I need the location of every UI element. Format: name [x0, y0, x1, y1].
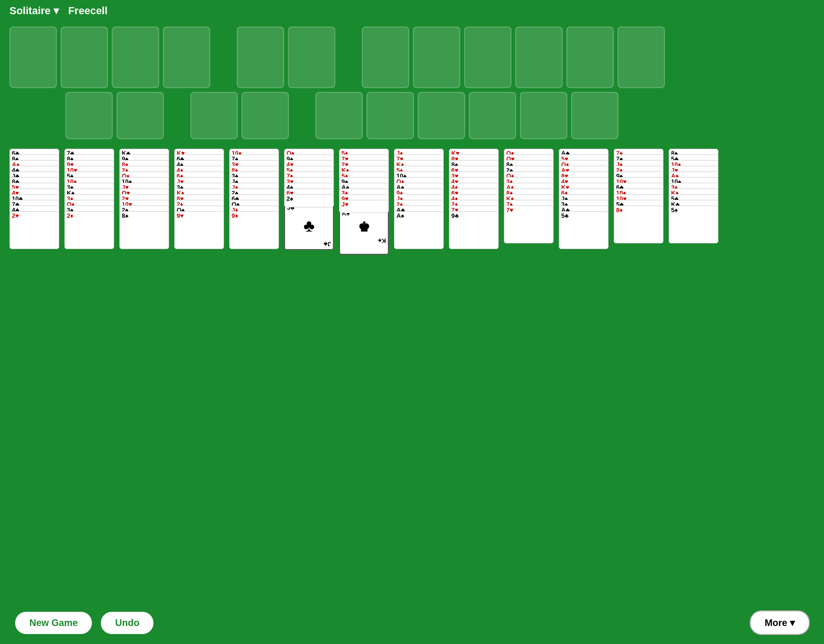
- solitaire-title[interactable]: Solitaire ▾: [9, 5, 59, 17]
- free-cell-3[interactable]: [112, 27, 159, 88]
- free-cell-12[interactable]: [618, 27, 665, 88]
- foundation-5[interactable]: [315, 92, 363, 139]
- card[interactable]: 9♥: [174, 211, 224, 249]
- foundation-3[interactable]: [190, 92, 238, 139]
- free-cell-7[interactable]: [362, 27, 409, 88]
- free-cell-5[interactable]: [237, 27, 284, 88]
- more-button[interactable]: More ▾: [750, 610, 810, 635]
- free-cell-1[interactable]: [9, 27, 57, 88]
- card[interactable]: 5♠: [669, 206, 718, 243]
- column-11: A♣5♥Q♦A♥8♥4♥K♥6♦J♠3♠A♣5♣: [559, 149, 611, 249]
- column-7: 5♦7♥2♥K♦5♦9♠A♠3♦9♥J♥K♠♚K♠: [339, 149, 391, 255]
- column-10: Q♦Q♥8♠2♠Q♦3♦A♦8♦K♦7♦7♥: [504, 149, 556, 243]
- column-5: 10♦7♠3♥8♦3♠J♠J♦2♠6♣Q♠J♦9♦: [229, 149, 281, 249]
- free-cell-2[interactable]: [61, 27, 108, 88]
- free-cell-10[interactable]: [515, 27, 563, 88]
- new-game-button[interactable]: New Game: [14, 611, 93, 635]
- card[interactable]: 8♦: [614, 206, 663, 243]
- card-face-jack-clubs[interactable]: J♣♣J♣: [284, 202, 334, 250]
- column-4: K♥6♣4♠4♦6♦J♥3♠K♦8♥2♦Q♠9♥: [174, 149, 226, 249]
- foundation-4[interactable]: [242, 92, 289, 139]
- column-1: 6♣8♠A♦4♣J♣8♣5♥4♥10♣7♣4♣2♥: [9, 149, 62, 249]
- free-cell-4[interactable]: [163, 27, 210, 88]
- top-row-2: [9, 92, 815, 139]
- foundation-8[interactable]: [469, 92, 516, 139]
- column-3: K♣9♠8♦2♦Q♦10♠J♥Q♥2♥10♥2♠8♠: [119, 149, 171, 249]
- column-2: 7♣8♠9♥10♥5♠10♦3♠K♠3♦Q♦3♠2♦: [64, 149, 116, 249]
- undo-button[interactable]: Undo: [100, 611, 154, 635]
- column-12: 7♦7♠J♦2♦9♠10♥6♣10♦10♥5♣8♦: [614, 149, 666, 243]
- free-cell-11[interactable]: [566, 27, 614, 88]
- card[interactable]: 2♠: [284, 194, 334, 207]
- card[interactable]: 2♥: [9, 211, 59, 249]
- card[interactable]: 5♣: [559, 211, 609, 249]
- card[interactable]: 7♥: [504, 206, 554, 243]
- column-9: K♥8♥8♠6♥3♥4♥4♦6♥4♦2♦7♥9♣: [449, 149, 501, 249]
- free-cell-8[interactable]: [413, 27, 460, 88]
- play-area: 6♣8♠A♦4♣J♣8♣5♥4♥10♣7♣4♣2♥7♣8♠9♥10♥5♠10♦3…: [0, 144, 824, 259]
- free-cell-9[interactable]: [464, 27, 511, 88]
- card[interactable]: A♠: [394, 211, 444, 249]
- card[interactable]: 9♦: [229, 211, 279, 249]
- card[interactable]: J♥: [339, 200, 389, 213]
- free-cell-6[interactable]: [288, 27, 335, 88]
- column-8: J♦7♥K♦5♦10♠Q♦A♠9♦J♦2♦A♣A♠: [394, 149, 446, 249]
- column-6: Q♦9♠4♥5♦7♦3♥4♠6♥2♠J♣♣J♣: [284, 149, 336, 250]
- card[interactable]: 9♣: [449, 211, 499, 249]
- bottom-bar: New Game Undo More ▾: [0, 601, 824, 644]
- foundation-7[interactable]: [418, 92, 465, 139]
- foundation-10[interactable]: [571, 92, 618, 139]
- freecell-title: Freecell: [68, 5, 107, 17]
- card-face-king[interactable]: K♠♚K♠: [339, 207, 389, 255]
- card[interactable]: 8♠: [119, 211, 169, 249]
- foundation-1[interactable]: [65, 92, 113, 139]
- column-13: 8♠5♣10♦J♥A♦10♠3♦K♦5♣K♣5♠: [669, 149, 721, 243]
- foundation-6[interactable]: [367, 92, 414, 139]
- top-row-1: [9, 27, 815, 88]
- foundation-9[interactable]: [520, 92, 567, 139]
- foundation-2[interactable]: [116, 92, 164, 139]
- card[interactable]: 2♦: [64, 211, 114, 249]
